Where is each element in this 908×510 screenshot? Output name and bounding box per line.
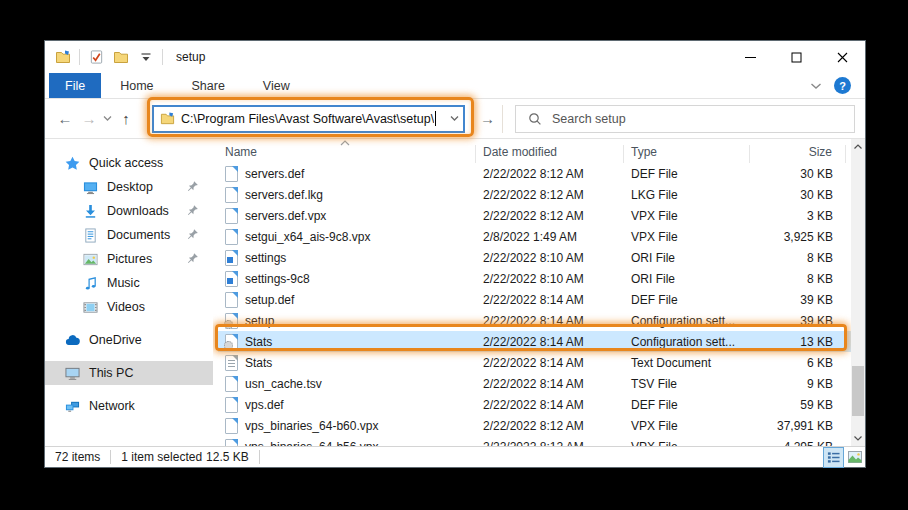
- file-row[interactable]: servers.def.lkg 2/22/2022 8:12 AM LKG Fi…: [218, 184, 851, 205]
- videos-icon: [83, 300, 98, 315]
- file-row[interactable]: settings-9c8 2/22/2022 8:10 AM ORI File …: [218, 268, 851, 289]
- sidebar-item-this-pc[interactable]: This PC: [45, 361, 213, 385]
- maximize-button[interactable]: [773, 41, 819, 73]
- file-row[interactable]: setup.def 2/22/2022 8:14 AM DEF File 39 …: [218, 289, 851, 310]
- address-dropdown-chevron-icon[interactable]: [450, 115, 459, 122]
- sidebar-item-onedrive[interactable]: OneDrive: [45, 328, 213, 352]
- address-bar[interactable]: C:\Program Files\Avast Software\Avast\se…: [152, 105, 465, 133]
- column-header-date-modified[interactable]: Date modified: [476, 145, 624, 163]
- ribbon-tab-bar: File Home Share View ?: [45, 73, 865, 99]
- file-icon: [225, 313, 238, 329]
- titlebar: setup: [45, 41, 865, 73]
- file-list: Name Date modified Type Size servers.def…: [213, 139, 851, 446]
- address-folder-icon: [160, 111, 175, 126]
- details-view-button[interactable]: [823, 447, 844, 468]
- sidebar-item-label: Desktop: [107, 180, 153, 194]
- file-name: settings-9c8: [245, 272, 310, 286]
- scrollbar-thumb[interactable]: [852, 366, 864, 416]
- tab-home[interactable]: Home: [101, 73, 172, 98]
- file-row[interactable]: Stats 2/22/2022 8:14 AM Text Document 6 …: [218, 352, 851, 373]
- column-header-type[interactable]: Type: [624, 145, 750, 163]
- file-icon: [225, 355, 238, 371]
- file-icon: [225, 208, 238, 224]
- sidebar-item-music[interactable]: Music: [45, 271, 213, 295]
- file-row[interactable]: vps_binaries_64-b56.vpx 2/22/2022 8:12 A…: [218, 436, 851, 446]
- file-icon: [225, 376, 238, 392]
- up-button[interactable]: ↑: [114, 110, 138, 127]
- file-name: settings: [245, 251, 286, 265]
- this-pc-icon: [65, 366, 80, 381]
- customize-qat-dropdown-icon[interactable]: [137, 48, 155, 66]
- pictures-icon: [83, 252, 98, 267]
- status-bar: 72 items 1 item selected 12.5 KB: [45, 446, 865, 467]
- sidebar-item-label: Downloads: [107, 204, 169, 218]
- recent-locations-chevron-icon[interactable]: [103, 115, 112, 122]
- scrollbar-track[interactable]: [851, 154, 865, 431]
- sidebar-item-quick-access[interactable]: Quick access: [45, 151, 213, 175]
- file-name: servers.def: [245, 167, 304, 181]
- help-icon[interactable]: ?: [834, 77, 851, 94]
- search-box[interactable]: [515, 105, 855, 133]
- vertical-scrollbar[interactable]: [851, 139, 865, 446]
- pin-icon: [187, 252, 199, 264]
- expand-ribbon-chevron-icon[interactable]: [810, 82, 822, 90]
- sidebar-item-documents[interactable]: Documents: [45, 223, 213, 247]
- close-button[interactable]: [819, 41, 865, 73]
- downloads-icon: [83, 204, 98, 219]
- explorer-folder-icon: [54, 48, 72, 66]
- sidebar-item-downloads[interactable]: Downloads: [45, 199, 213, 223]
- file-name: servers.def.vpx: [245, 209, 326, 223]
- minimize-button[interactable]: [727, 41, 773, 73]
- properties-button[interactable]: [87, 48, 105, 66]
- thumbnail-view-button[interactable]: [844, 447, 865, 468]
- selection-size: 12.5 KB: [206, 450, 259, 464]
- file-row[interactable]: servers.def.vpx 2/22/2022 8:12 AM VPX Fi…: [218, 205, 851, 226]
- qat-separator: [79, 49, 80, 65]
- content-area: Quick access Desktop Downloads Documents…: [45, 139, 865, 446]
- sidebar-item-videos[interactable]: Videos: [45, 295, 213, 319]
- tab-file[interactable]: File: [49, 73, 101, 98]
- tab-view[interactable]: View: [244, 73, 309, 98]
- new-folder-button[interactable]: [112, 48, 130, 66]
- status-separator: [259, 450, 260, 464]
- go-to-button[interactable]: →: [473, 105, 503, 133]
- file-name: vps_binaries_64-b56.vpx: [245, 440, 378, 447]
- file-row[interactable]: usn_cache.tsv 2/22/2022 8:14 AM TSV File…: [218, 373, 851, 394]
- quick-access-star-icon: [65, 156, 80, 171]
- sidebar-item-label: Network: [89, 399, 135, 413]
- column-header-size[interactable]: Size: [750, 145, 846, 163]
- file-row[interactable]: servers.def 2/22/2022 8:12 AM DEF File 3…: [218, 163, 851, 184]
- file-row[interactable]: vps.def 2/22/2022 8:14 AM DEF File 59 KB: [218, 394, 851, 415]
- file-name: vps_binaries_64-b60.vpx: [245, 419, 378, 433]
- tab-share[interactable]: Share: [173, 73, 244, 98]
- file-name: vps.def: [245, 398, 284, 412]
- file-icon: [225, 229, 238, 245]
- column-headers: Name Date modified Type Size: [218, 139, 851, 163]
- file-row-selected[interactable]: Stats 2/22/2022 8:14 AM Configuration se…: [218, 331, 851, 352]
- scroll-up-arrow-icon[interactable]: [851, 139, 865, 154]
- sidebar-item-pictures[interactable]: Pictures: [45, 247, 213, 271]
- sidebar-item-label: Documents: [107, 228, 170, 242]
- back-button[interactable]: ←: [53, 110, 77, 127]
- item-count: 72 items: [45, 450, 110, 464]
- file-row[interactable]: setgui_x64_ais-9c8.vpx 2/8/2022 1:49 AM …: [218, 226, 851, 247]
- file-row[interactable]: settings 2/22/2022 8:10 AM ORI File 8 KB: [218, 247, 851, 268]
- sidebar-item-network[interactable]: Network: [45, 394, 213, 418]
- text-cursor: [435, 111, 436, 126]
- sidebar-item-label: Pictures: [107, 252, 152, 266]
- search-input[interactable]: [552, 112, 812, 126]
- view-toggle-buttons: [823, 447, 865, 468]
- scroll-down-arrow-icon[interactable]: [851, 431, 865, 446]
- file-row[interactable]: vps_binaries_64-b60.vpx 2/22/2022 8:12 A…: [218, 415, 851, 436]
- column-header-name[interactable]: Name: [218, 145, 476, 163]
- file-name: Stats: [245, 335, 272, 349]
- file-icon: [225, 250, 238, 266]
- sidebar-item-desktop[interactable]: Desktop: [45, 175, 213, 199]
- forward-button[interactable]: →: [77, 110, 101, 127]
- file-icon: [225, 334, 238, 350]
- file-name: setgui_x64_ais-9c8.vpx: [245, 230, 370, 244]
- search-icon: [528, 112, 542, 126]
- file-row[interactable]: setup 2/22/2022 8:14 AM Configuration se…: [218, 310, 851, 331]
- sidebar-item-label: Quick access: [89, 156, 163, 170]
- window-title: setup: [176, 50, 205, 64]
